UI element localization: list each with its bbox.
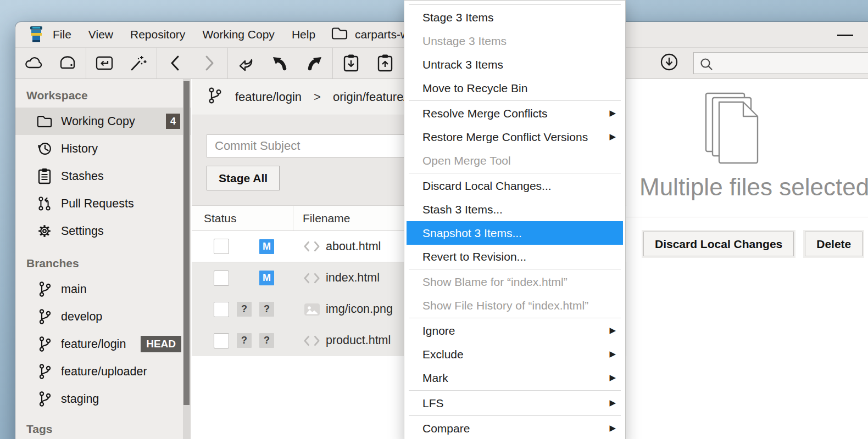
detail-pane: Multiple files selected Discard Local Ch… [626,79,868,439]
submenu-arrow-icon: ▶ [609,349,616,359]
drive-icon [58,54,77,72]
stage-checkbox[interactable] [214,271,229,286]
menu-item-resolve-conflicts[interactable]: Resolve Merge Conflicts▶ [404,102,625,125]
sidebar-item-branch-staging[interactable]: staging [15,385,191,413]
stage-checkbox[interactable] [214,239,229,254]
sidebar-item-branch-feature-login[interactable]: feature/login HEAD [15,330,191,358]
sidebar-item-history[interactable]: History [15,135,191,162]
submenu-arrow-icon: ▶ [609,398,616,408]
menu-file[interactable]: File [52,26,73,43]
image-file-icon [303,302,321,317]
menu-item-ignore[interactable]: Ignore▶ [404,319,625,342]
pull-arrow-icon [270,54,290,72]
folder-icon [331,26,348,43]
folder-icon [36,112,53,130]
menu-item-discard-local-changes[interactable]: Discard Local Changes... [404,174,625,198]
search-input[interactable] [694,53,868,74]
menu-separator [409,390,621,391]
staged-status-badge: ? [237,333,252,348]
sidebar-item-working-copy[interactable]: Working Copy 4 [15,108,191,135]
menu-separator [409,415,621,416]
menu-item-revert-to-revision[interactable]: Revert to Revision... [404,245,625,268]
history-icon [36,140,53,157]
remote-cloud-button[interactable] [16,48,51,78]
repo-tab[interactable]: carparts-w [331,26,409,43]
sidebar-item-pull-requests[interactable]: Pull Requests [15,190,191,217]
minimize-button[interactable] [833,30,857,41]
menu-item-untrack[interactable]: Untrack 3 Items [404,53,625,76]
discard-button[interactable] [229,48,263,78]
magic-wand-button[interactable] [121,48,155,78]
discard-local-changes-button[interactable]: Discard Local Changes [643,232,794,256]
sidebar-item-stashes[interactable]: Stashes [15,162,191,190]
branch-icon [36,363,53,380]
checkout-button[interactable] [87,48,121,78]
menu-help[interactable]: Help [291,26,316,43]
menu-item-compare[interactable]: Compare▶ [404,417,625,439]
filename-label: index.html [326,271,380,285]
fetch-download-button[interactable] [659,52,679,74]
filename-label: product.html [326,334,391,347]
menu-bar: File View Repository Working Copy Help [52,26,316,43]
sidebar-item-branch-main[interactable]: main [15,275,191,303]
shelve-up-button[interactable] [368,48,402,78]
cloud-icon [24,54,43,72]
staged-status-badge: ? [237,302,252,317]
menu-item-mark[interactable]: Mark▶ [404,366,625,390]
pending-count-badge: 4 [166,114,180,129]
unstaged-status-badge: M [259,239,274,254]
filename-label: img/icon.png [326,302,393,316]
branch-icon [207,86,223,108]
menu-item-recycle-bin[interactable]: Move to Recycle Bin [404,76,625,100]
sidebar-section-workspace: Workspace [15,83,191,108]
menu-item-restore-conflict-versions[interactable]: Restore Merge Conflict Versions▶ [404,125,625,149]
nav-back-button[interactable] [158,48,192,78]
menu-item-exclude[interactable]: Exclude▶ [404,342,625,366]
stage-checkbox[interactable] [214,302,229,317]
sidebar-scrollbar-thumb[interactable] [183,81,190,405]
menu-view[interactable]: View [87,26,114,43]
current-branch-label[interactable]: feature/login [235,90,302,104]
circle-download-icon [659,52,679,72]
clipboard-icon [36,167,53,185]
sidebar-item-branch-develop[interactable]: develop [15,303,191,330]
menu-item-lfs[interactable]: LFS▶ [404,391,625,415]
forward-icon [202,54,217,72]
push-button[interactable] [297,48,331,78]
tracking-branch-label[interactable]: origin/feature/l [333,90,409,104]
menu-separator [409,100,621,101]
menu-separator [409,173,621,173]
checkout-icon [94,54,114,72]
menu-item-stage[interactable]: Stage 3 Items [404,5,625,29]
clipboard-up-icon [376,53,394,73]
nav-forward-button[interactable] [192,48,226,78]
menu-working-copy[interactable]: Working Copy [201,26,276,43]
menu-repository[interactable]: Repository [129,26,186,43]
pull-request-icon [36,195,53,212]
column-header-status[interactable]: Status [192,206,293,230]
clipboard-down-icon [342,53,360,73]
sidebar-item-label: develop [61,310,102,324]
delete-button[interactable]: Delete [805,232,863,256]
stage-checkbox[interactable] [214,333,229,348]
sourcetree-logo-icon [29,26,44,43]
menu-item-unstage: Unstage 3 Items [404,29,625,53]
sidebar-scrollbar[interactable] [183,79,190,439]
sidebar-item-label: Pull Requests [61,197,134,211]
menu-item-snapshot[interactable]: Snapshot 3 Items... [407,221,623,245]
sidebar-item-branch-feature-uploader[interactable]: feature/uploader [15,358,191,385]
menu-item-stash[interactable]: Stash 3 Items... [404,198,625,221]
gear-icon [36,222,53,240]
context-menu: Stage 3 Items Unstage 3 Items Untrack 3 … [404,0,626,439]
chevron-right-icon: > [314,90,321,104]
pull-button[interactable] [263,48,297,78]
stage-all-button[interactable]: Stage All [207,166,280,190]
sidebar-item-label: staging [61,392,99,406]
shelve-down-button[interactable] [334,48,368,78]
unstaged-status-badge: ? [259,333,274,348]
sidebar-item-label: main [61,283,87,296]
menu-item-show-blame: Show Blame for “index.html” [404,270,625,294]
commit-button[interactable] [51,48,85,78]
sidebar-item-settings[interactable]: Settings [15,217,191,245]
code-file-icon [303,271,321,285]
